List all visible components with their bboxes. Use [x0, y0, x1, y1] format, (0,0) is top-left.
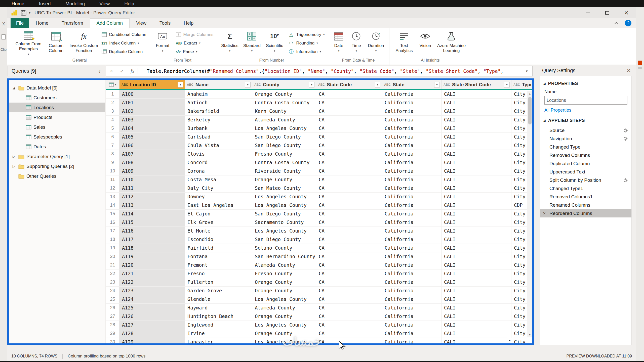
- collapse-queries-icon[interactable]: ‹: [98, 69, 101, 74]
- grid-cell[interactable]: Kern County: [252, 107, 316, 115]
- grid-cell[interactable]: Downey: [185, 193, 252, 201]
- grid-cell[interactable]: El Monte: [185, 227, 252, 235]
- grid-cell[interactable]: CA: [316, 210, 382, 218]
- grid-cell[interactable]: CA: [316, 133, 382, 141]
- grid-cell[interactable]: Los Angeles County: [252, 227, 316, 235]
- grid-cell[interactable]: A123: [119, 287, 185, 295]
- grid-cell[interactable]: CALI: [441, 184, 511, 192]
- row-number[interactable]: 19: [106, 244, 119, 252]
- grid-cell[interactable]: California: [382, 141, 441, 150]
- maximize-button[interactable]: [598, 7, 617, 18]
- grid-cell[interactable]: Los Angeles County: [252, 124, 316, 132]
- grid-cell[interactable]: California: [382, 218, 441, 227]
- filter-icon[interactable]: ▾: [504, 82, 510, 87]
- grid-cell[interactable]: Hayward: [185, 304, 252, 312]
- column-header-county[interactable]: ABCCounty▾: [252, 80, 316, 89]
- grid-cell[interactable]: A124: [119, 295, 185, 303]
- column-header-state-short-code[interactable]: ABCState Short Code▾: [441, 80, 511, 89]
- desktop-menu-help[interactable]: Help: [124, 1, 134, 7]
- grid-cell[interactable]: Los Angeles County: [252, 321, 316, 329]
- grid-cell[interactable]: Alameda County: [252, 261, 316, 269]
- grid-cell[interactable]: Irvine: [185, 329, 252, 338]
- grid-cell[interactable]: Fairfield: [185, 244, 252, 252]
- grid-cell[interactable]: Orange County: [252, 329, 316, 338]
- grid-cell[interactable]: CA: [316, 269, 382, 278]
- applied-step-removed-columns1[interactable]: Removed Columns1: [540, 193, 631, 201]
- grid-cell[interactable]: California: [382, 329, 441, 338]
- grid-cell[interactable]: California: [382, 295, 441, 303]
- delete-step-icon[interactable]: ×: [543, 210, 549, 216]
- grid-cell[interactable]: CALI: [441, 227, 511, 235]
- query-name-input[interactable]: [544, 96, 627, 105]
- grid-cell[interactable]: CALI: [441, 295, 511, 303]
- grid-cell[interactable]: Anaheim: [185, 90, 252, 98]
- grid-cell[interactable]: CA: [316, 201, 382, 209]
- duration-button[interactable]: Duration ▾: [365, 29, 387, 57]
- grid-cell[interactable]: California: [382, 184, 441, 192]
- grid-cell[interactable]: El Cajon: [185, 210, 252, 218]
- grid-cell[interactable]: CA: [316, 175, 382, 184]
- grid-cell[interactable]: CA: [316, 184, 382, 192]
- standard-button[interactable]: +−×÷ Standard ▾: [241, 29, 263, 57]
- grid-cell[interactable]: Burbank: [185, 124, 252, 132]
- query-item-products[interactable]: Products: [9, 112, 105, 122]
- grid-cell[interactable]: CA: [316, 329, 382, 338]
- grid-cell[interactable]: San Diego County: [252, 235, 316, 244]
- grid-cell[interactable]: CA: [316, 312, 382, 321]
- rounding-button[interactable]: ◠ Rounding ▾: [288, 39, 325, 47]
- grid-cell[interactable]: A119: [119, 252, 185, 261]
- desktop-menu-home[interactable]: Home: [12, 1, 24, 7]
- time-button[interactable]: Time ▾: [347, 29, 365, 57]
- grid-cell[interactable]: CA: [316, 124, 382, 132]
- grid-cell[interactable]: A127: [119, 321, 185, 329]
- row-number[interactable]: 13: [106, 193, 119, 201]
- grid-cell[interactable]: California: [382, 201, 441, 209]
- grid-cell[interactable]: CALI: [441, 107, 511, 115]
- row-number[interactable]: 6: [106, 133, 119, 141]
- formula-input[interactable]: = Table.ReorderColumns(#"Renamed Columns…: [138, 68, 521, 74]
- vertical-scrollbar[interactable]: ▴ ▾: [527, 91, 532, 337]
- row-number[interactable]: 15: [106, 210, 119, 218]
- grid-cell[interactable]: East Los Angeles: [185, 201, 252, 209]
- grid-cell[interactable]: Daly City: [185, 184, 252, 192]
- column-header-state[interactable]: ABCState▾: [382, 80, 441, 89]
- grid-cell[interactable]: Fremont: [185, 261, 252, 269]
- row-number[interactable]: 29: [106, 329, 119, 338]
- row-number[interactable]: 17: [106, 227, 119, 235]
- grid-cell[interactable]: A113: [119, 201, 185, 209]
- grid-cell[interactable]: California: [382, 175, 441, 184]
- filter-icon[interactable]: ▾: [245, 82, 251, 87]
- grid-cell[interactable]: California: [382, 116, 441, 124]
- grid-cell[interactable]: A125: [119, 304, 185, 312]
- grid-cell[interactable]: CALI: [441, 99, 511, 107]
- grid-cell[interactable]: CALI: [441, 278, 511, 286]
- scroll-up-icon[interactable]: ▴: [527, 91, 532, 96]
- grid-cell[interactable]: A104: [119, 124, 185, 132]
- grid-cell[interactable]: A121: [119, 269, 185, 278]
- applied-step-removed-columns[interactable]: Removed Columns: [540, 151, 631, 159]
- minimize-button[interactable]: [579, 7, 598, 18]
- row-number[interactable]: 16: [106, 218, 119, 227]
- text-analytics-button[interactable]: Text Analytics: [392, 29, 416, 57]
- expand-collapse-icon[interactable]: ◢: [11, 86, 16, 90]
- grid-cell[interactable]: Glendale: [185, 295, 252, 303]
- filter-icon[interactable]: ▾: [375, 82, 380, 87]
- grid-cell[interactable]: California: [382, 235, 441, 244]
- row-number[interactable]: 1: [106, 90, 119, 98]
- grid-cell[interactable]: CA: [316, 252, 382, 261]
- grid-cell[interactable]: CALI: [441, 150, 511, 158]
- grid-cell[interactable]: California: [382, 304, 441, 312]
- properties-section-header[interactable]: ◢ PROPERTIES: [540, 76, 631, 88]
- grid-cell[interactable]: Berkeley: [185, 116, 252, 124]
- grid-cell[interactable]: CALI: [441, 287, 511, 295]
- row-number[interactable]: 9: [106, 158, 119, 167]
- grid-cell[interactable]: CALI: [441, 124, 511, 132]
- row-number[interactable]: 22: [106, 269, 119, 278]
- grid-cell[interactable]: CA: [316, 304, 382, 312]
- tab-help[interactable]: Help: [177, 18, 200, 28]
- column-header-state-code[interactable]: ABCState Code▾: [316, 80, 382, 89]
- row-number[interactable]: 12: [106, 184, 119, 192]
- grid-cell[interactable]: CALI: [441, 329, 511, 338]
- row-number[interactable]: 8: [106, 150, 119, 158]
- grid-cell[interactable]: A109: [119, 167, 185, 175]
